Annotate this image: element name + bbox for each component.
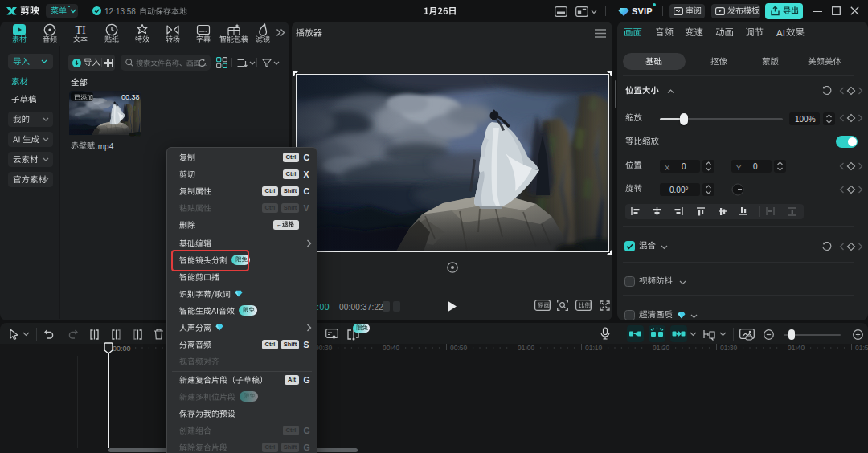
svg-text:00:50: 00:50 xyxy=(450,344,468,352)
svg-text:01:00: 01:00 xyxy=(518,344,535,352)
svg-text:00:40: 00:40 xyxy=(383,344,400,352)
svg-text:01:20: 01:20 xyxy=(653,344,670,352)
svg-text:00:30: 00:30 xyxy=(315,344,333,352)
svg-text:01:10: 01:10 xyxy=(585,344,603,352)
svg-text:TI: TI xyxy=(75,24,86,36)
svg-text:01:50: 01:50 xyxy=(855,344,868,352)
svg-text:01:30: 01:30 xyxy=(720,344,738,352)
svg-text:01:40: 01:40 xyxy=(788,344,805,352)
